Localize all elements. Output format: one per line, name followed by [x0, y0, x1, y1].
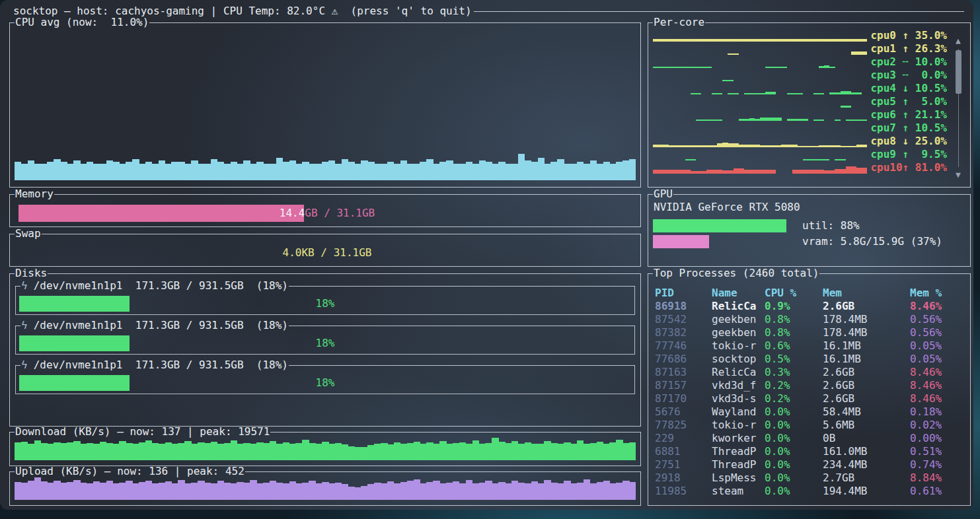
process-name: socktop	[712, 353, 756, 366]
process-name: vkd3d_f	[712, 379, 756, 392]
disk-gauge: 18%	[19, 375, 631, 391]
disk-item: ϟ/dev/nvme1n1p1 171.3GB / 931.5GB (18%) …	[15, 365, 635, 394]
gpu-util-fill	[653, 219, 786, 232]
disk-gauge-label: 18%	[19, 335, 631, 351]
process-mem-percent: 0.56%	[910, 313, 942, 326]
core-sparkline	[653, 161, 867, 174]
process-pid: 87170	[655, 392, 687, 405]
process-cpu: 0.0%	[765, 485, 790, 498]
process-row: 77686socktop0.5%16.1MB0.05%	[648, 353, 970, 366]
memory-title: Memory	[15, 188, 54, 201]
process-cpu: 0.0%	[765, 432, 790, 445]
core-row: cpu3 ╌ 0.0%	[653, 69, 965, 82]
process-mem-percent: 8.46%	[910, 300, 942, 313]
process-mem: 178.4MB	[823, 313, 867, 326]
core-label: cpu1 ↑ 26.3%	[870, 42, 947, 55]
process-pid: 77686	[655, 353, 687, 366]
process-cpu: 0.0%	[765, 471, 790, 485]
upload-title: Upload (KB/s) — now: 136 | peak: 452	[15, 465, 245, 478]
core-row: cpu7 ↑ 10.5%	[653, 121, 965, 135]
gpu-vram-gauge	[653, 235, 805, 248]
process-mem-percent: 0.02%	[910, 419, 942, 432]
lightning-bolt-icon: ϟ	[21, 319, 28, 332]
core-sparkline	[653, 55, 867, 68]
disk-gauge: 18%	[19, 335, 631, 351]
process-cpu: 0.2%	[765, 379, 790, 392]
process-mem: 234.4MB	[823, 458, 867, 471]
disk-gauge-label: 18%	[19, 375, 631, 391]
disk-title: /dev/nvme1n1p1 171.3GB / 931.5GB (18%)	[34, 319, 288, 332]
core-label: cpu8 ↓ 25.0%	[870, 135, 947, 148]
download-title: Download (KB/s) — now: 137 | peak: 19571	[15, 425, 270, 438]
scrollbar-thumb[interactable]	[956, 50, 961, 94]
process-row: 87163RelicCa0.3%2.6GB8.46%	[648, 366, 970, 379]
process-pid: 2751	[655, 458, 681, 471]
process-mem-percent: 0.05%	[910, 353, 942, 366]
process-name: geekben	[712, 326, 756, 339]
disk-gauge-label: 18%	[19, 296, 631, 312]
scroll-down-icon[interactable]: ▼	[953, 170, 963, 180]
process-cpu: 0.3%	[765, 366, 790, 379]
process-mem-percent: 0.61%	[910, 485, 942, 498]
process-name: vkd3d-s	[712, 392, 756, 405]
core-row: cpu8 ↓ 25.0%	[653, 135, 965, 148]
cpu-avg-sparkline	[15, 40, 636, 180]
process-mem: 2.6GB	[823, 392, 854, 405]
process-mem: 2.6GB	[823, 366, 854, 379]
process-name: Wayland	[712, 405, 756, 419]
process-name: geekben	[712, 313, 756, 326]
desktop-wallpaper: socktop — host: cachyos-gaming | CPU Tem…	[0, 0, 980, 519]
process-name: tokio-r	[712, 419, 756, 432]
process-pid: 87163	[655, 366, 687, 379]
terminal-window: socktop — host: cachyos-gaming | CPU Tem…	[0, 0, 973, 510]
process-mem: 2.6GB	[823, 300, 854, 313]
process-pid: 11985	[655, 485, 687, 498]
scroll-up-icon[interactable]: ▲	[953, 36, 963, 46]
process-mem-percent: 8.46%	[910, 392, 942, 405]
upload-sparkline	[15, 477, 636, 500]
process-mem: 58.4MB	[823, 405, 861, 419]
panel-swap: Swap 4.0KB / 31.1GB	[9, 234, 641, 267]
process-mem: 16.1MB	[823, 353, 861, 366]
process-name: ThreadP	[712, 458, 756, 471]
process-name: ThreadP	[712, 445, 756, 458]
process-row: 2751ThreadP0.0%234.4MB0.74%	[648, 458, 970, 471]
process-mem-percent: 0.56%	[910, 326, 942, 339]
process-rows: 86918RelicCa0.9%2.6GB8.46%87542geekben0.…	[648, 273, 970, 505]
core-row: cpu10↑ 81.0%	[653, 161, 965, 174]
gpu-util-text: util: 88%	[802, 219, 860, 232]
core-sparkline	[653, 135, 867, 147]
core-row: cpu9 ↑ 9.5%	[653, 148, 965, 161]
process-pid: 229	[655, 432, 674, 445]
core-row: cpu0 ↑ 35.0%	[653, 29, 965, 42]
panel-gpu: GPU NVIDIA GeForce RTX 5080 util: 88% vr…	[648, 194, 971, 267]
process-name: kworker	[712, 432, 756, 445]
core-sparkline	[653, 108, 867, 121]
process-pid: 2918	[655, 471, 681, 485]
core-label: cpu5 ↑ 5.0%	[870, 95, 947, 108]
process-cpu: 0.0%	[765, 445, 790, 458]
core-row: cpu2 ╌ 10.0%	[653, 55, 965, 69]
header-rule	[474, 11, 964, 12]
disk-gauge: 18%	[19, 296, 631, 312]
gpu-title: GPU	[653, 188, 673, 201]
process-mem-percent: 8.84%	[910, 471, 942, 485]
process-mem-percent: 0.18%	[910, 405, 942, 419]
process-mem-percent: 0.00%	[910, 432, 942, 445]
panel-processes: Top Processes (2460 total) PID Name CPU …	[648, 273, 971, 506]
process-mem-percent: 0.05%	[910, 339, 942, 353]
process-row: 86918RelicCa0.9%2.6GB8.46%	[648, 300, 970, 313]
panel-per-core: Per-core cpu0 ↑ 35.0%cpu1 ↑ 26.3%cpu2 ╌ …	[648, 22, 971, 188]
cpu-avg-title: CPU avg (now: 11.0%)	[15, 16, 149, 29]
process-cpu: 0.5%	[765, 353, 790, 366]
core-sparkline	[653, 82, 867, 94]
process-mem: 194.4MB	[823, 485, 867, 498]
process-name: LspMess	[712, 471, 756, 485]
process-mem-percent: 0.51%	[910, 445, 942, 458]
process-mem: 2.7GB	[823, 471, 854, 485]
lightning-bolt-icon: ϟ	[21, 279, 28, 293]
process-cpu: 0.9%	[765, 300, 790, 313]
process-row: 229kworker0.0%0B0.00%	[648, 432, 970, 445]
gpu-vram-text: vram: 5.8G/15.9G (37%)	[802, 235, 942, 248]
core-row: cpu1 ↑ 26.3%	[653, 42, 965, 55]
